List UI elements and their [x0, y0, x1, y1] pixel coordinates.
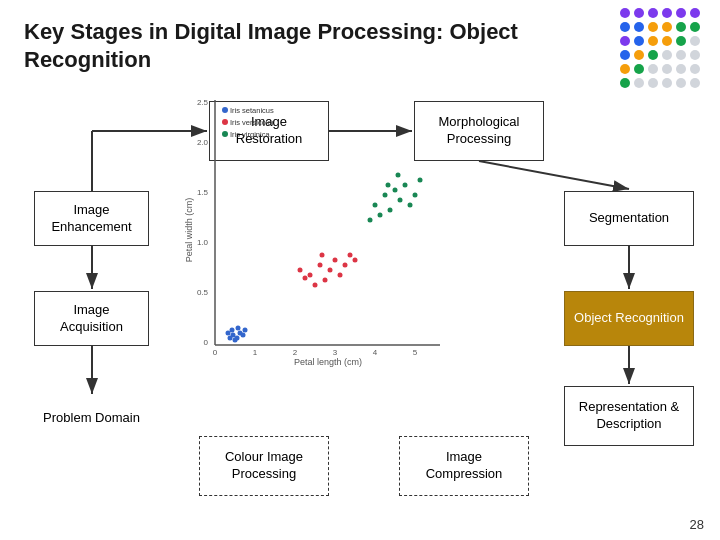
svg-point-41 [308, 273, 313, 278]
svg-point-50 [298, 268, 303, 273]
decorative-dot [662, 8, 672, 18]
svg-point-64 [418, 178, 423, 183]
svg-point-44 [328, 268, 333, 273]
svg-point-57 [393, 188, 398, 193]
decorative-dot [620, 78, 630, 88]
svg-point-65 [396, 173, 401, 178]
svg-point-56 [388, 208, 393, 213]
decorative-dot [634, 78, 644, 88]
svg-point-42 [318, 263, 323, 268]
object-recognition-box: Object Recognition [564, 291, 694, 346]
decorative-dot [648, 78, 658, 88]
slide: Key Stages in Digital Image Processing: … [0, 0, 720, 540]
svg-point-66 [386, 183, 391, 188]
representation-description-box: Representation & Description [564, 386, 694, 446]
decorative-dot [676, 50, 686, 60]
svg-point-55 [383, 193, 388, 198]
problem-domain-box: Problem Domain [34, 396, 149, 441]
decorative-dot [620, 64, 630, 74]
svg-point-32 [231, 333, 236, 338]
decorative-dot [634, 22, 644, 32]
svg-point-48 [313, 283, 318, 288]
image-compression-box: Image Compression [399, 436, 529, 496]
svg-point-58 [398, 198, 403, 203]
svg-point-25 [222, 107, 228, 113]
svg-text:Petal width (cm): Petal width (cm) [184, 198, 194, 263]
svg-point-49 [303, 276, 308, 281]
decorative-dot [690, 78, 700, 88]
svg-point-46 [338, 273, 343, 278]
svg-text:1: 1 [253, 348, 258, 357]
decorative-dot [634, 8, 644, 18]
decorative-dot [690, 36, 700, 46]
decorative-dot [690, 22, 700, 32]
svg-point-27 [222, 119, 228, 125]
svg-text:1.0: 1.0 [197, 238, 209, 247]
svg-point-40 [243, 328, 248, 333]
decorative-dot [620, 36, 630, 46]
decorative-dot [620, 8, 630, 18]
svg-point-63 [368, 218, 373, 223]
svg-point-54 [373, 203, 378, 208]
svg-point-52 [353, 258, 358, 263]
decorative-dot [676, 36, 686, 46]
decorative-dot [634, 36, 644, 46]
svg-text:0: 0 [213, 348, 218, 357]
decorative-dot [648, 22, 658, 32]
image-acquisition-box: Image Acquisition [34, 291, 149, 346]
svg-point-39 [236, 326, 241, 331]
slide-title: Key Stages in Digital Image Processing: … [24, 18, 604, 73]
svg-point-35 [233, 338, 238, 343]
svg-text:4: 4 [373, 348, 378, 357]
svg-point-29 [222, 131, 228, 137]
decorative-dot [690, 50, 700, 60]
svg-point-53 [320, 253, 325, 258]
svg-text:Iris virginica: Iris virginica [230, 130, 270, 139]
image-enhancement-box: Image Enhancement [34, 191, 149, 246]
decorative-dot [634, 50, 644, 60]
svg-text:0: 0 [204, 338, 209, 347]
svg-point-45 [333, 258, 338, 263]
svg-point-43 [323, 278, 328, 283]
svg-text:Iris setanicus: Iris setanicus [230, 106, 274, 115]
svg-point-37 [226, 331, 231, 336]
svg-text:2.0: 2.0 [197, 138, 209, 147]
decorative-dot [662, 64, 672, 74]
decorative-dot [648, 50, 658, 60]
chart-svg: Petal width (cm) Petal length (cm) 0 0.5… [180, 90, 450, 380]
decorative-dot [690, 8, 700, 18]
decorative-dots [620, 8, 710, 98]
svg-point-61 [413, 193, 418, 198]
decorative-dot [676, 22, 686, 32]
page-number: 28 [690, 517, 704, 532]
decorative-dot [676, 78, 686, 88]
svg-point-51 [348, 253, 353, 258]
svg-point-36 [241, 333, 246, 338]
decorative-dot [662, 78, 672, 88]
svg-point-60 [408, 203, 413, 208]
decorative-dot [648, 8, 658, 18]
decorative-dot [662, 36, 672, 46]
decorative-dot [690, 64, 700, 74]
svg-point-59 [403, 183, 408, 188]
decorative-dot [676, 64, 686, 74]
decorative-dot [648, 64, 658, 74]
decorative-dot [620, 50, 630, 60]
svg-text:5: 5 [413, 348, 418, 357]
decorative-dot [620, 22, 630, 32]
decorative-dot [676, 8, 686, 18]
decorative-dot [662, 50, 672, 60]
svg-text:1.5: 1.5 [197, 188, 209, 197]
svg-line-1 [479, 161, 629, 189]
svg-text:2.5: 2.5 [197, 98, 209, 107]
chart-area: Petal width (cm) Petal length (cm) 0 0.5… [170, 80, 460, 390]
svg-point-47 [343, 263, 348, 268]
svg-text:0.5: 0.5 [197, 288, 209, 297]
decorative-dot [634, 64, 644, 74]
svg-text:Petal length (cm): Petal length (cm) [294, 357, 362, 367]
segmentation-box: Segmentation [564, 191, 694, 246]
svg-text:2: 2 [293, 348, 298, 357]
svg-text:3: 3 [333, 348, 338, 357]
svg-point-38 [230, 328, 235, 333]
decorative-dot [662, 22, 672, 32]
